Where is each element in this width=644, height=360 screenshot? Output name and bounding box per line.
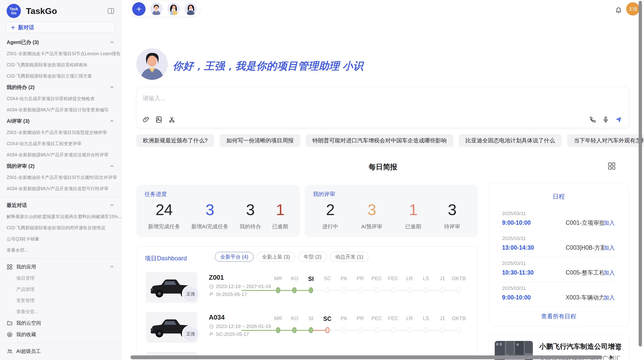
filter-tab[interactable]: 全新平台 (4) (215, 252, 254, 262)
recent-chat-view-all[interactable]: 查看全部... (0, 245, 121, 256)
suggestion-chip[interactable]: 比亚迪全固态电池计划具体说了什么 (459, 134, 562, 147)
filter-tab[interactable]: 年型 (2) (298, 252, 327, 262)
milestone-dot[interactable] (407, 327, 412, 333)
project-code[interactable]: Z001 (209, 274, 224, 281)
milestone-dot[interactable] (325, 287, 330, 293)
agent-avatar[interactable] (184, 3, 197, 15)
image-upload-icon[interactable] (155, 116, 163, 123)
milestone-dot[interactable] (440, 327, 445, 333)
app-item-product-mgmt[interactable]: 产品管理 (0, 284, 121, 295)
stat-new-ai-done[interactable]: 3新增AI完成任务 (191, 201, 228, 230)
milestone-dot[interactable] (424, 327, 428, 333)
section-my-todo[interactable]: 我的待办 (2) (0, 82, 121, 93)
layout-grid-icon[interactable] (607, 162, 616, 170)
sidebar-item[interactable]: Z001-全新燃油轻卡产品开发项目SI造型提交物评审 (0, 127, 121, 138)
sidebar-item[interactable]: C0X4-动力总成开发项目SI里程碑提交物检查 (0, 93, 121, 104)
suggestion-chip[interactable]: 如何写一份清晰的项目周报 (220, 134, 300, 147)
milestone-dot[interactable] (391, 287, 395, 293)
vertical-scrollbar[interactable] (639, 1, 642, 347)
sidebar-item[interactable]: A034-全新新能源MUV产品开发项目计划变更表编写 (0, 104, 121, 115)
milestone-dot[interactable] (374, 327, 379, 333)
notifications-bell-icon[interactable] (614, 6, 623, 14)
section-ai-review[interactable]: AI评审 (3) (0, 115, 121, 127)
milestone-dot[interactable] (374, 287, 379, 293)
stat-new-done[interactable]: 24新增完成任务 (148, 201, 180, 230)
sidebar-item[interactable]: A034-全新新能源MUV产品开发项目法规符合性评审 (0, 149, 121, 160)
collapse-sidebar-icon[interactable] (107, 7, 115, 15)
stat-pending-review[interactable]: 3待评审 (444, 201, 460, 230)
send-icon[interactable] (615, 116, 622, 123)
milestone-dot-done[interactable] (292, 287, 297, 293)
section-agent-done[interactable]: Agent已办 (3) (0, 37, 121, 48)
milestone-dot[interactable] (407, 287, 412, 293)
milestone-dot-done[interactable] (276, 327, 280, 333)
milestone-dot[interactable] (424, 287, 428, 293)
milestone-dot[interactable] (457, 287, 461, 293)
stat-my-todo[interactable]: 3我的待办 (240, 201, 261, 230)
view-all-schedule-link[interactable]: 查看所有日程 (488, 312, 629, 320)
milestone-dot-done[interactable] (309, 327, 313, 333)
section-my-review[interactable]: 我的评审 (2) (0, 160, 121, 172)
sidebar-item[interactable]: C02-飞腾新能源轻客改款项目立项汇报方案 (0, 70, 121, 82)
milestone-dot[interactable] (440, 287, 445, 293)
add-agent-button[interactable]: + (132, 2, 145, 16)
project-code[interactable]: A034 (209, 313, 225, 321)
milestone-dot[interactable] (391, 327, 395, 333)
sidebar-item[interactable]: Z001-全新燃油皮卡产品开发项目SI节点Lesson Learn报告 (0, 48, 121, 59)
sidebar-item[interactable]: A034-全新新能源MUV产品开发项目造型可行性评审 (0, 183, 121, 194)
sidebar-item-favorites[interactable]: 我的收藏 (0, 329, 121, 340)
scroll-down-arrow[interactable] (617, 348, 621, 351)
stat-review-overdue[interactable]: 1已逾期 (405, 201, 421, 230)
join-button[interactable]: 加入 (604, 219, 615, 227)
milestone-dot[interactable] (358, 287, 362, 293)
join-button[interactable]: 加入 (604, 269, 615, 277)
user-avatar[interactable]: 王强 (626, 2, 639, 16)
suggestion-chip[interactable]: 特朗普可能对进口汽车增税会对中国车企造成哪些影响 (306, 134, 453, 147)
sidebar-item-cloud-space[interactable]: 我的云空间 (0, 317, 121, 329)
sidebar-item-ai-super-staff[interactable]: AI超级员工 (0, 346, 121, 357)
app-item-change-mgmt[interactable]: 变更管理 (0, 295, 121, 306)
app-item-view-all[interactable]: 查看全部... (0, 306, 121, 317)
microphone-icon[interactable] (602, 116, 609, 123)
milestone-dot-done[interactable] (276, 287, 280, 293)
new-chat-button[interactable]: 新对话 (6, 22, 115, 33)
stat-in-progress[interactable]: 2进行中 (322, 201, 338, 230)
suggestion-chip[interactable]: 欧洲新规最近颁布了什么? (136, 134, 214, 147)
attachment-icon[interactable] (142, 116, 150, 123)
sidebar-item[interactable]: C02-飞腾新能源轻客改款项目里程碑画布 (0, 59, 121, 70)
join-button[interactable]: 加入 (604, 244, 615, 252)
milestone-dot[interactable] (342, 327, 346, 333)
horizontal-scrollbar[interactable] (130, 355, 602, 359)
join-button[interactable]: 加入 (604, 294, 615, 302)
schedule-event[interactable]: 2025/03/11 9:00-10:00 X003-车辆动力学性能验... 加… (488, 282, 629, 307)
agent-avatar[interactable] (167, 3, 180, 15)
schedule-event[interactable]: 2025/03/11 9:00-10:00 C001-立项审批会 加入 (488, 207, 629, 232)
sidebar-item[interactable]: C0X4-动力总成开发项目工程变更评审 (0, 138, 121, 149)
filter-tab[interactable]: 动总开发 (1) (330, 252, 369, 262)
milestone-dot[interactable] (342, 287, 346, 293)
scroll-right-arrow[interactable] (610, 355, 613, 359)
schedule-event[interactable]: 2025/03/11 10:30-11:30 C005-整车工程目标评审 加入 (488, 257, 629, 282)
phone-call-icon[interactable] (589, 116, 596, 123)
schedule-event[interactable]: 2025/03/11 13:00-14:30 C003|H0B-方案冻结评审 加… (488, 232, 629, 257)
sidebar-item[interactable]: Z001-全新燃油轻卡产品开发项目SI节点属性5D文件评审 (0, 172, 121, 183)
agent-avatar[interactable] (150, 3, 163, 15)
filter-tab[interactable]: 全新上装 (3) (257, 252, 295, 262)
recent-chat-item[interactable]: 公司Q3轻卡销量 (0, 233, 121, 245)
milestone-dot-overdue[interactable] (325, 327, 330, 333)
milestone-dot-done[interactable] (309, 287, 313, 293)
milestone-dot[interactable] (457, 327, 461, 333)
app-item-project-mgmt[interactable]: 项目管理 (0, 273, 121, 284)
milestone-dot[interactable] (358, 327, 362, 333)
chat-input[interactable] (143, 93, 550, 104)
sidebar-item-my-apps[interactable]: 我的应用 (0, 261, 121, 273)
section-recent-chats[interactable]: 最近对话 (0, 200, 121, 211)
recent-chat-item[interactable]: 解释最新出台的欧盟报废车法规再生塑料比例被调至15%... (0, 211, 121, 222)
milestone-dot-done[interactable] (292, 327, 297, 333)
scissors-icon[interactable] (168, 116, 175, 123)
recent-chat-item[interactable]: C02-飞腾新能源轻客改款项目的闭环通告反馈情况 (0, 222, 121, 233)
suggestion-chip[interactable]: 当下年轻人对汽车外观有怎样的喜好趋势 (567, 134, 644, 147)
sidebar-item-write-helper[interactable]: 帮我写作 (0, 357, 121, 360)
stat-overdue[interactable]: 1已逾期 (272, 201, 288, 230)
stat-ai-prereview[interactable]: 3AI预评审 (361, 201, 382, 230)
